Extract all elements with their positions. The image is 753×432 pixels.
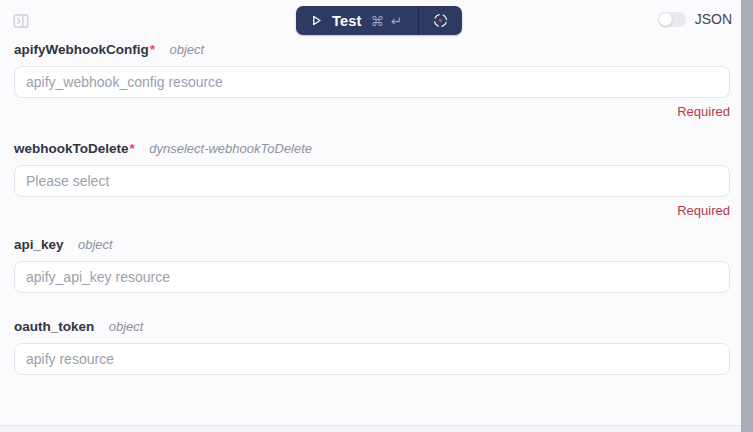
test-button-label: Test <box>332 13 362 29</box>
required-error: Required <box>14 203 730 218</box>
connection-form-panel: Test ⌘ ↵ JSON apifyWebhookConfig* object… <box>0 0 753 432</box>
bottom-panel-edge <box>0 425 753 432</box>
json-toggle-switch[interactable] <box>658 12 686 27</box>
vertical-scrollbar[interactable] <box>741 0 753 432</box>
toggle-knob <box>659 13 672 26</box>
required-error: Required <box>14 104 730 119</box>
webhookToDelete-select[interactable] <box>14 165 730 197</box>
field-apifyWebhookConfig: apifyWebhookConfig* object Required <box>14 40 730 119</box>
field-label-row: api_key object <box>14 235 730 252</box>
collapse-panel-button[interactable] <box>12 12 30 30</box>
field-type-label: object <box>169 42 204 57</box>
field-label-row: apifyWebhookConfig* object <box>14 40 730 57</box>
api_key-input[interactable] <box>14 261 730 293</box>
field-api_key: api_key object <box>14 235 730 293</box>
test-button-group: Test ⌘ ↵ <box>296 6 462 35</box>
required-asterisk: * <box>150 42 155 57</box>
field-oauth_token: oauth_token object <box>14 317 730 375</box>
play-icon <box>310 14 323 27</box>
json-toggle-group: JSON <box>658 11 732 27</box>
field-label-row: oauth_token object <box>14 317 730 334</box>
field-name-label: webhookToDelete <box>14 141 129 156</box>
field-webhookToDelete: webhookToDelete* dynselect-webhookToDele… <box>14 139 730 218</box>
capture-button[interactable] <box>419 6 462 35</box>
collapse-panel-icon <box>12 12 30 30</box>
apifyWebhookConfig-input[interactable] <box>14 66 730 98</box>
field-label-row: webhookToDelete* dynselect-webhookToDele… <box>14 139 730 156</box>
field-type-label: object <box>78 237 113 252</box>
oauth_token-input[interactable] <box>14 343 730 375</box>
json-toggle-label: JSON <box>695 11 732 27</box>
test-button[interactable]: Test ⌘ ↵ <box>296 6 418 35</box>
field-name-label: api_key <box>14 237 64 252</box>
test-shortcut-hint: ⌘ ↵ <box>371 13 404 29</box>
field-name-label: oauth_token <box>14 319 94 334</box>
field-type-label: dynselect-webhookToDelete <box>149 141 312 156</box>
field-type-label: object <box>109 319 144 334</box>
required-asterisk: * <box>130 141 135 156</box>
focus-target-icon <box>432 12 449 29</box>
field-name-label: apifyWebhookConfig <box>14 42 149 57</box>
